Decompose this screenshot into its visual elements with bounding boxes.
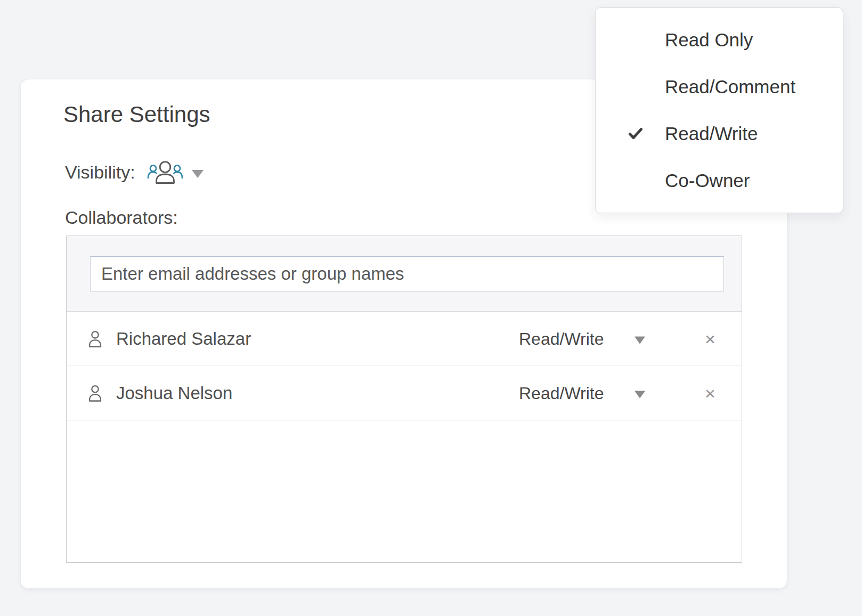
collaborators-input-section <box>67 236 742 312</box>
menu-item-label: Co-Owner <box>665 170 750 191</box>
visibility-selector[interactable] <box>147 160 204 185</box>
menu-item-label: Read Only <box>665 29 753 51</box>
permission-value: Read/Write <box>519 383 604 403</box>
menu-item-read-comment[interactable]: Read/Comment <box>596 63 843 110</box>
permission-dropdown[interactable]: Read/Write <box>519 383 604 403</box>
page-title: Share Settings <box>63 102 210 127</box>
remove-collaborator-button[interactable]: × <box>700 383 721 404</box>
chevron-down-icon <box>635 337 645 344</box>
menu-item-label: Read/Write <box>665 123 758 144</box>
permission-menu: Read Only Read/Comment Read/Write Co-Own… <box>595 7 843 213</box>
email-input[interactable] <box>90 256 724 291</box>
collaborator-name: Joshua Nelson <box>116 383 232 403</box>
person-icon <box>88 384 102 402</box>
collaborator-name: Richared Salazar <box>116 329 251 349</box>
collaborators-panel: Richared Salazar Read/Write × Joshua Nel… <box>66 236 742 563</box>
remove-collaborator-button[interactable]: × <box>700 328 721 350</box>
menu-item-co-owner[interactable]: Co-Owner <box>596 157 843 204</box>
visibility-label: Visibility: <box>65 162 135 183</box>
chevron-down-icon <box>635 391 645 399</box>
permission-dropdown[interactable]: Read/Write <box>519 329 604 348</box>
collaborator-row: Joshua Nelson Read/Write × <box>67 366 742 420</box>
collaborators-label: Collaborators: <box>65 207 178 228</box>
person-icon <box>88 330 102 347</box>
check-icon <box>629 127 643 140</box>
visibility-row: Visibility: <box>65 158 204 186</box>
collaborator-row: Richared Salazar Read/Write × <box>67 312 742 366</box>
permission-value: Read/Write <box>519 329 604 348</box>
menu-item-read-only[interactable]: Read Only <box>596 17 843 63</box>
menu-item-read-write[interactable]: Read/Write <box>596 110 843 157</box>
chevron-down-icon <box>192 170 204 178</box>
people-group-icon <box>147 160 183 185</box>
menu-item-label: Read/Comment <box>665 76 795 98</box>
